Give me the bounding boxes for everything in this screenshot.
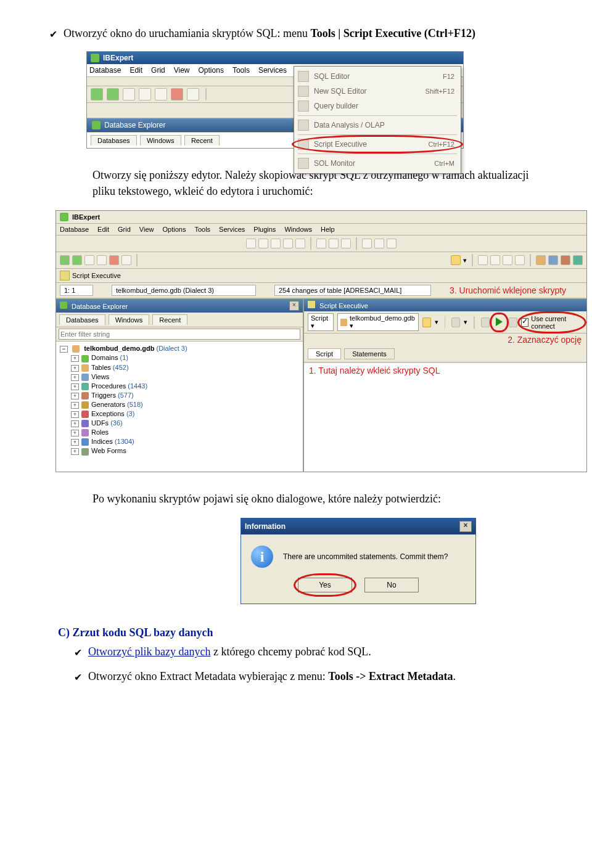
tb-icon[interactable] xyxy=(387,239,397,248)
run-script-button[interactable] xyxy=(493,316,505,329)
tb-icon[interactable] xyxy=(503,255,512,265)
collapse-icon[interactable]: − xyxy=(60,346,68,353)
tb-icon[interactable] xyxy=(329,239,339,248)
db-connect-icon[interactable] xyxy=(60,255,70,265)
tb-icon[interactable] xyxy=(509,317,517,327)
db-disconnect-icon[interactable] xyxy=(171,88,183,100)
tree-node[interactable]: +Domains (1) xyxy=(60,353,299,362)
use-current-connect-checkbox[interactable]: Use current connect xyxy=(521,315,583,330)
menu-grid[interactable]: Grid xyxy=(151,66,165,75)
expand-icon[interactable]: + xyxy=(71,420,79,427)
menu-grid[interactable]: Grid xyxy=(118,226,131,233)
tb-icon[interactable] xyxy=(362,239,372,248)
folder-icon[interactable] xyxy=(422,317,431,327)
expand-icon[interactable]: + xyxy=(71,383,79,390)
tb-icon[interactable] xyxy=(478,255,488,265)
no-button[interactable]: No xyxy=(364,578,419,592)
menu-database[interactable]: Database xyxy=(89,66,121,75)
menu-options[interactable]: Options xyxy=(199,66,224,75)
menu-help[interactable]: Help xyxy=(321,226,335,233)
object-tree[interactable]: − telkombud_demo.gdb (Dialect 3) +Domain… xyxy=(56,342,303,472)
tb-icon[interactable] xyxy=(84,255,94,265)
tab-script[interactable]: Script xyxy=(308,348,341,359)
menu-services[interactable]: Services xyxy=(219,226,245,233)
tb-icon[interactable] xyxy=(341,239,351,248)
menu-windows[interactable]: Windows xyxy=(284,226,312,233)
tab-statements[interactable]: Statements xyxy=(344,348,395,359)
menu-plugins[interactable]: Plugins xyxy=(253,226,276,233)
tools-item-olap[interactable]: Data Analysis / OLAP xyxy=(294,118,461,133)
db-icon[interactable] xyxy=(72,255,82,265)
menubar[interactable]: Database Edit Grid View Options Tools Se… xyxy=(56,224,586,235)
tb-icon[interactable] xyxy=(121,255,131,265)
menu-view[interactable]: View xyxy=(139,226,154,233)
tb-icon[interactable] xyxy=(271,239,281,248)
expand-icon[interactable]: + xyxy=(71,402,79,409)
tab-databases[interactable]: Databases xyxy=(59,314,105,325)
tb-icon[interactable] xyxy=(515,255,525,265)
close-button[interactable]: × xyxy=(459,521,472,532)
tree-root[interactable]: − telkombud_demo.gdb (Dialect 3) xyxy=(60,344,299,353)
tree-node[interactable]: +Roles xyxy=(60,428,299,437)
db-x-icon[interactable] xyxy=(109,255,119,265)
tb-icon[interactable] xyxy=(139,88,151,100)
expand-icon[interactable]: + xyxy=(71,411,79,418)
tab-recent[interactable]: Recent xyxy=(184,135,220,145)
expand-icon[interactable]: + xyxy=(71,430,79,436)
tb-icon[interactable] xyxy=(316,239,326,248)
tree-node[interactable]: +Views xyxy=(60,372,299,382)
tree-node[interactable]: +Generators (518) xyxy=(60,400,299,409)
menu-edit[interactable]: Edit xyxy=(97,226,109,233)
tree-node[interactable]: +Procedures (1443) xyxy=(60,382,299,391)
tb-icon[interactable] xyxy=(295,239,305,248)
tools-item-script-executive[interactable]: Script Executive Ctrl+F12 xyxy=(294,137,461,152)
tab-databases[interactable]: Databases xyxy=(91,135,137,145)
tree-node[interactable]: +Web Forms xyxy=(60,446,299,456)
tb-icon[interactable] xyxy=(283,239,293,248)
tb-icon[interactable] xyxy=(97,255,107,265)
tb-icon[interactable] xyxy=(536,255,546,265)
tools-item-query-builder[interactable]: Query builder xyxy=(294,99,461,113)
expand-icon[interactable]: + xyxy=(71,439,79,446)
close-pane-button[interactable]: × xyxy=(289,301,299,311)
menu-view[interactable]: View xyxy=(174,66,190,75)
tb-icon[interactable] xyxy=(123,88,135,100)
tb-icon[interactable] xyxy=(548,255,558,265)
tab-windows[interactable]: Windows xyxy=(109,314,150,325)
expand-icon[interactable]: + xyxy=(71,374,79,381)
tree-node[interactable]: +Exceptions (3) xyxy=(60,409,299,419)
filter-input[interactable] xyxy=(59,329,300,340)
tree-node[interactable]: +Tables (452) xyxy=(60,363,299,372)
tb-icon[interactable] xyxy=(490,255,500,265)
tb-icon[interactable] xyxy=(561,255,570,265)
expand-icon[interactable]: + xyxy=(71,393,79,399)
yes-button[interactable]: Yes xyxy=(298,578,352,592)
menu-tools[interactable]: Tools xyxy=(232,66,250,75)
tb-icon[interactable] xyxy=(374,239,384,248)
folder-icon[interactable] xyxy=(451,255,461,265)
tab-script-executive[interactable]: Script Executive xyxy=(72,272,121,279)
db-dropdown[interactable]: telkombud_demo.gdb ▾ xyxy=(337,313,419,331)
tab-recent[interactable]: Recent xyxy=(152,314,187,325)
menu-options[interactable]: Options xyxy=(163,226,186,233)
script-dropdown[interactable]: Script ▾ xyxy=(308,313,334,331)
expand-icon[interactable]: + xyxy=(71,365,79,372)
expand-icon[interactable]: + xyxy=(71,448,79,455)
expand-icon[interactable]: + xyxy=(71,355,79,362)
db-icon[interactable] xyxy=(107,88,119,100)
tb-icon[interactable] xyxy=(246,239,256,248)
db-connect-icon[interactable] xyxy=(91,88,103,100)
tab-windows[interactable]: Windows xyxy=(140,135,181,145)
tb-icon[interactable] xyxy=(573,255,583,265)
tb-icon[interactable] xyxy=(451,317,460,327)
menu-tools[interactable]: Tools xyxy=(194,226,210,233)
script-editor[interactable]: 1. Tutaj należy wkleić skrypty SQL xyxy=(304,362,586,472)
tree-node[interactable]: +Triggers (577) xyxy=(60,391,299,400)
tb-icon[interactable] xyxy=(187,88,199,100)
open-db-file-link[interactable]: Otworzyć plik bazy danych xyxy=(88,645,210,658)
menu-database[interactable]: Database xyxy=(60,226,89,233)
tb-icon[interactable] xyxy=(155,88,167,100)
tools-item-new-sql-editor[interactable]: New SQL Editor Shift+F12 xyxy=(294,84,461,99)
tools-item-sol-monitor[interactable]: SOL Monitor Ctrl+M xyxy=(294,156,461,171)
tb-icon[interactable] xyxy=(258,239,268,248)
